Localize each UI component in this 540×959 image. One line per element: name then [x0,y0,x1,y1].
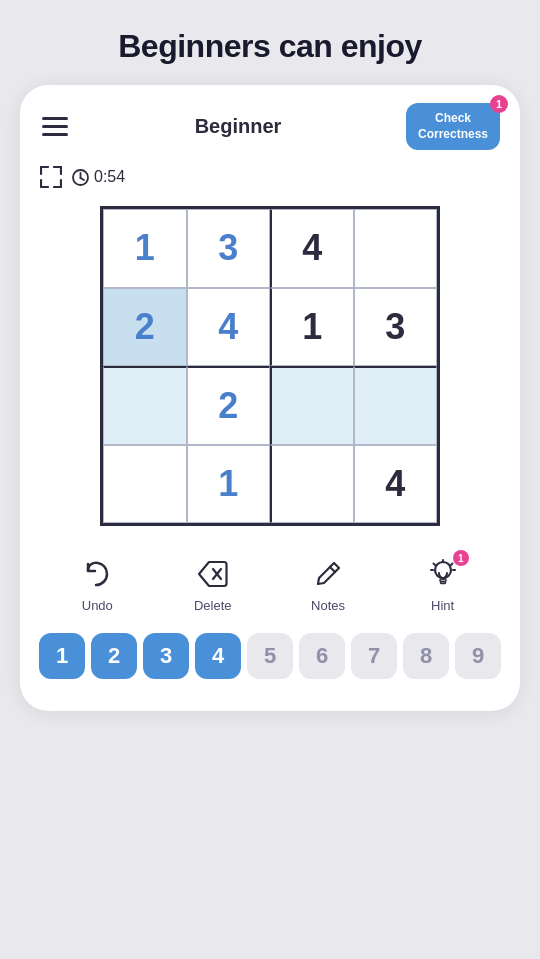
hint-label: Hint [431,598,454,613]
delete-button[interactable]: Delete [194,556,232,613]
sudoku-cell[interactable] [103,445,187,524]
sudoku-cell[interactable] [103,366,187,445]
notes-button[interactable]: Notes [310,556,346,613]
num-btn-8[interactable]: 8 [403,633,449,679]
sudoku-cell[interactable]: 3 [354,288,438,367]
sudoku-cell[interactable]: 4 [187,288,271,367]
svg-point-6 [435,562,451,578]
num-btn-3[interactable]: 3 [143,633,189,679]
sudoku-cell[interactable]: 2 [187,366,271,445]
expand-button[interactable] [40,166,62,188]
menu-button[interactable] [40,115,70,138]
sudoku-cell[interactable] [270,445,354,524]
number-pad: 123456789 [20,629,520,687]
undo-button[interactable]: Undo [79,556,115,613]
svg-line-5 [330,567,335,572]
sudoku-cell[interactable] [354,366,438,445]
hint-button[interactable]: 1 Hint [425,556,461,613]
clock-icon [72,169,89,186]
header-title: Beginner [195,115,282,138]
sudoku-cell[interactable] [270,366,354,445]
undo-icon [79,556,115,592]
svg-line-11 [433,564,435,566]
sudoku-cell[interactable]: 4 [270,209,354,288]
svg-line-2 [81,178,85,180]
num-btn-5[interactable]: 5 [247,633,293,679]
sudoku-cell[interactable]: 1 [270,288,354,367]
card: Beginner Check Correctness 1 0:54 [20,85,520,711]
page-title: Beginners can enjoy [98,0,441,85]
delete-label: Delete [194,598,232,613]
timer-display: 0:54 [72,168,125,186]
sudoku-cell[interactable]: 1 [103,209,187,288]
num-btn-2[interactable]: 2 [91,633,137,679]
num-btn-6[interactable]: 6 [299,633,345,679]
num-btn-7[interactable]: 7 [351,633,397,679]
svg-rect-8 [440,582,445,584]
sudoku-grid-container: 1342413214 [20,198,520,546]
timer-row: 0:54 [20,160,520,198]
undo-label: Undo [82,598,113,613]
hint-badge: 1 [453,550,469,566]
num-btn-4[interactable]: 4 [195,633,241,679]
notes-icon [310,556,346,592]
toolbar: Undo Delete Notes [20,546,520,629]
sudoku-cell[interactable] [354,209,438,288]
hint-icon: 1 [425,556,461,592]
sudoku-grid: 1342413214 [100,206,440,526]
num-btn-1[interactable]: 1 [39,633,85,679]
check-correctness-button[interactable]: Check Correctness 1 [406,103,500,150]
svg-line-10 [451,564,453,566]
delete-icon [195,556,231,592]
sudoku-cell[interactable]: 4 [354,445,438,524]
num-btn-9[interactable]: 9 [455,633,501,679]
header: Beginner Check Correctness 1 [20,85,520,160]
sudoku-cell[interactable]: 1 [187,445,271,524]
check-badge: 1 [490,95,508,113]
sudoku-cell[interactable]: 3 [187,209,271,288]
notes-label: Notes [311,598,345,613]
sudoku-cell[interactable]: 2 [103,288,187,367]
